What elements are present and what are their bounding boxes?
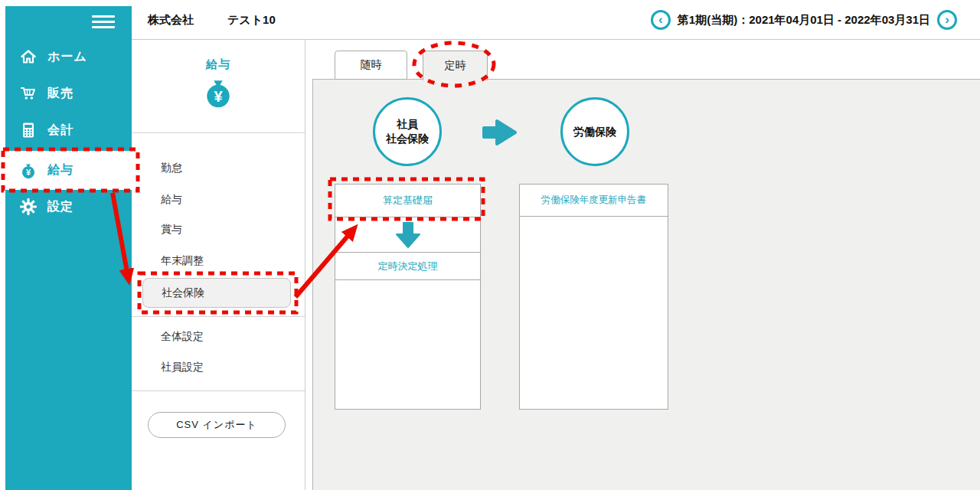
submenu-item-label: 社会保険 [162,286,204,300]
submenu-item-attendance[interactable]: 勤怠 [132,155,305,181]
sidebar-item-label: 給与 [47,162,74,178]
sidebar-item-settings[interactable]: 設定 [5,190,132,224]
company-title: 株式会社テスト10 [148,13,276,28]
submenu-item-label: 全体設定 [161,330,204,344]
flow-step-labor-insurance: 労働保険 [560,97,629,166]
submenu-divider [132,316,305,317]
submenu-item-social-insurance[interactable]: 社会保険 [142,278,291,308]
payroll-submenu: 給与 ¥ 勤怠 給与 賞与 年末調整 社会保険 全体設定 社員設定 CSV イン… [132,40,305,490]
main-content: 随時 定時 社員 社会保険 労働保険 算定基礎届 定時決定処理 労働保険年度更新… [305,40,980,490]
previous-period-button[interactable]: ‹ [651,10,671,30]
submenu-item-bonus[interactable]: 賞与 [132,217,305,243]
submenu-item-label: 給与 [161,193,182,207]
fiscal-period-label: 第1期(当期)：2021年04月01日 - 2022年03月31日 [678,13,930,28]
social-insurance-doc-box: 算定基礎届 定時決定処理 [335,184,481,410]
moneybag-icon: ¥ [19,162,38,180]
company-name: 株式会社 [148,13,194,26]
svg-text:¥: ¥ [26,168,31,177]
main-sidebar: ホーム 販売 会計 ¥ 給与 設定 [5,6,132,490]
hamburger-menu-icon[interactable] [92,12,115,29]
submenu-title: 給与 [132,57,305,72]
company-sub: テスト10 [227,13,276,26]
csv-import-button[interactable]: CSV インポート [148,412,286,438]
flow-circle-label: 社会保険 [386,132,429,146]
flow-circle-label: 労働保険 [573,125,616,139]
sidebar-item-payroll[interactable]: ¥ 給与 [5,151,132,190]
fiscal-period-nav: ‹ 第1期(当期)：2021年04月01日 - 2022年03月31日 › [651,0,957,40]
tab-teiji[interactable]: 定時 [423,51,488,80]
top-header: 株式会社テスト10 ‹ 第1期(当期)：2021年04月01日 - 2022年0… [132,0,980,40]
submenu-item-salary[interactable]: 給与 [132,187,305,213]
sidebar-item-label: 販売 [47,86,74,102]
labor-insurance-renewal-link[interactable]: 労働保険年度更新申告書 [541,194,647,207]
svg-text:¥: ¥ [214,88,223,105]
santei-kiso-todoke-link[interactable]: 算定基礎届 [383,194,433,207]
down-arrow-cell [335,217,480,253]
flow-circle-label: 社員 [397,117,418,132]
home-icon [19,47,38,66]
submenu-item-label: 社員設定 [161,361,204,374]
sidebar-item-home[interactable]: ホーム [5,40,132,74]
chevron-right-icon: › [945,13,949,26]
submenu-divider [132,390,305,391]
moneybag-icon: ¥ [132,77,305,109]
calculator-icon [19,121,38,139]
flow-right-arrow-icon [482,117,518,151]
tab-label: 定時 [445,59,466,73]
gear-icon [19,198,38,216]
submenu-divider [132,132,305,133]
sidebar-item-sales[interactable]: 販売 [5,77,132,110]
submenu-item-employee-settings[interactable]: 社員設定 [132,354,305,381]
next-period-button[interactable]: › [937,10,957,30]
submenu-item-global-settings[interactable]: 全体設定 [132,324,305,350]
submenu-item-year-end-adjustment[interactable]: 年末調整 [132,248,305,274]
cart-icon [19,84,38,103]
labor-insurance-doc-box: 労働保険年度更新申告書 [519,184,668,410]
sidebar-item-label: 会計 [47,122,74,139]
submenu-item-label: 年末調整 [161,254,204,268]
submenu-item-label: 賞与 [161,223,182,237]
flow-step-employee-social-insurance: 社員 社会保険 [373,97,442,166]
flow-down-arrow-icon [394,221,423,249]
sidebar-item-accounting[interactable]: 会計 [5,113,132,147]
sidebar-item-label: 設定 [47,199,74,215]
tab-zuiji[interactable]: 随時 [335,51,407,80]
sidebar-item-label: ホーム [47,49,87,65]
submenu-item-label: 勤怠 [161,162,182,175]
csv-import-label: CSV インポート [176,418,257,432]
teiji-kettei-shori-link[interactable]: 定時決定処理 [378,260,438,273]
tab-label: 随時 [361,58,382,72]
chevron-left-icon: ‹ [658,13,663,26]
